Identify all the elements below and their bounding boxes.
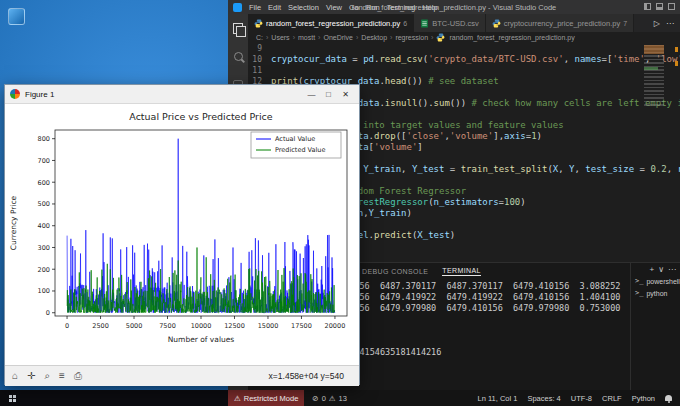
- editor-tab[interactable]: random_forest_regression_prediction.py6: [248, 14, 414, 32]
- bell-icon[interactable]: [665, 395, 672, 401]
- breadcrumb-item[interactable]: OneDrive: [323, 34, 353, 41]
- more-actions-icon[interactable]: ⋯: [666, 19, 674, 28]
- figure-window-title: Figure 1: [25, 90, 54, 99]
- terminal-prompt-icon: >_: [635, 289, 643, 297]
- status-eol[interactable]: CRLF: [602, 394, 622, 403]
- search-icon[interactable]: [232, 50, 245, 63]
- status-cursor-position[interactable]: Ln 11, Col 1: [478, 394, 518, 403]
- python-file-icon: [492, 19, 501, 28]
- toggle-sidebar-icon[interactable]: [644, 3, 651, 10]
- close-button[interactable]: ✕: [337, 90, 354, 99]
- maximize-button[interactable]: □: [320, 90, 337, 99]
- terminal-list-item[interactable]: >_python: [631, 287, 680, 299]
- code-line[interactable]: 10cryptocur_data = pd.read_csv('crypto_d…: [248, 54, 680, 65]
- layout-toggle-icons[interactable]: [644, 3, 675, 10]
- save-icon[interactable]: ⎙: [74, 371, 82, 381]
- pan-icon[interactable]: ✛: [27, 371, 35, 381]
- editor-tab[interactable]: cryptocurrency_price_prediction.py7: [486, 14, 634, 32]
- code-token: 100: [504, 197, 520, 207]
- tab-label: random_forest_regression_prediction.py: [266, 19, 400, 28]
- window-title: random_forest_regression_prediction.py -…: [352, 3, 557, 12]
- status-bar: ⚠ Restricted Mode ⊘ 0 ⚠ 13 Ln 11, Col 1S…: [228, 390, 680, 406]
- figure-titlebar[interactable]: Figure 1 —□✕: [5, 85, 359, 104]
- code-token: 'volume': [450, 131, 493, 141]
- panel-tab-debug-console[interactable]: DEBUG CONSOLE: [362, 268, 428, 275]
- explorer-icon[interactable]: [232, 22, 245, 35]
- code-token: axis: [504, 131, 526, 141]
- vscode-titlebar: FileEditSelectionViewGoRunTerminalHelp r…: [228, 0, 680, 14]
- python-file-icon: [436, 33, 445, 42]
- minimap[interactable]: [644, 45, 664, 107]
- code-token: Y_train: [369, 208, 407, 218]
- toggle-panel-icon[interactable]: [656, 3, 663, 10]
- breadcrumb-item[interactable]: random_forest_regression_prediction.py: [449, 34, 574, 41]
- code-token: drop: [374, 131, 396, 141]
- svg-text:Actual Value: Actual Value: [275, 135, 315, 143]
- error-icon: ⊘: [312, 394, 318, 403]
- terminal-picker-chevron-icon[interactable]: ∨: [658, 265, 664, 274]
- customize-layout-icon[interactable]: [668, 3, 675, 10]
- panel-more-icon[interactable]: ⋯: [668, 265, 676, 274]
- code-token: ): [537, 131, 542, 141]
- breadcrumb-item[interactable]: Desktop: [361, 34, 387, 41]
- subplots-icon[interactable]: ≡: [59, 371, 65, 381]
- price-chart: 0250050007500100001250015000175002000001…: [5, 104, 359, 365]
- breadcrumb-item[interactable]: C:: [256, 34, 263, 41]
- menu-file[interactable]: File: [249, 3, 261, 12]
- zoom-icon[interactable]: ⌕: [44, 371, 50, 381]
- run-button[interactable]: ▷: [654, 19, 660, 28]
- overview-ruler-mark: [675, 47, 678, 52]
- warning-icon: ⚠: [234, 394, 241, 403]
- code-token: 'time': [612, 54, 645, 64]
- minimize-button[interactable]: —: [303, 90, 320, 99]
- panel-tab-terminal[interactable]: TERMINAL: [442, 267, 481, 276]
- terminal-sidebar: +∨⋯ >_powershell>_python: [630, 263, 680, 390]
- overview-ruler-mark: [675, 61, 678, 66]
- line-number: 10: [248, 54, 262, 65]
- code-line[interactable]: 11: [248, 65, 680, 76]
- breadcrumb-item[interactable]: mostt: [298, 34, 315, 41]
- breadcrumb-separator: ›: [266, 34, 268, 41]
- start-button[interactable]: [9, 395, 16, 402]
- code-token: ): [520, 197, 525, 207]
- code-token: 0.2: [650, 164, 666, 174]
- code-token: 'close': [407, 131, 445, 141]
- code-token: ()): [450, 98, 472, 108]
- code-line[interactable]: 9: [248, 43, 680, 54]
- tab-badge: 7: [623, 20, 627, 27]
- python-file-icon: [254, 19, 263, 28]
- svg-text:20000: 20000: [325, 322, 346, 330]
- svg-text:17500: 17500: [291, 322, 312, 330]
- terminal-list-item[interactable]: >_powershell: [631, 275, 680, 287]
- code-token: ],: [493, 131, 504, 141]
- menu-selection[interactable]: Selection: [288, 3, 319, 12]
- tab-label: BTC-USD.csv: [432, 19, 479, 28]
- svg-text:7500: 7500: [159, 322, 176, 330]
- menu-edit[interactable]: Edit: [268, 3, 281, 12]
- restricted-mode-badge[interactable]: ⚠ Restricted Mode: [228, 390, 304, 406]
- breadcrumb-item[interactable]: regression: [395, 34, 428, 41]
- svg-text:Currency Price: Currency Price: [9, 195, 18, 250]
- code-token: sum: [434, 98, 450, 108]
- svg-text:Predicted Value: Predicted Value: [275, 146, 325, 154]
- code-token: Y_train: [363, 164, 401, 174]
- code-token: # see dataset: [428, 76, 498, 86]
- menu-view[interactable]: View: [326, 3, 342, 12]
- code-token: n_estimators: [434, 197, 499, 207]
- breadcrumb[interactable]: C:›Users›mostt›OneDrive›Desktop›regressi…: [248, 32, 680, 43]
- status-indentation[interactable]: Spaces: 4: [527, 394, 560, 403]
- desktop-shortcut-icon[interactable]: [8, 8, 25, 25]
- svg-text:Number of values: Number of values: [168, 335, 235, 344]
- cursor-coordinates: x=1.458e+04 y=540: [269, 371, 352, 381]
- breadcrumb-item[interactable]: Users: [271, 34, 289, 41]
- editor-actions: ▷⋯: [654, 14, 680, 32]
- code-token: ): [450, 230, 455, 240]
- home-icon[interactable]: ⌂: [12, 371, 18, 381]
- problems-indicator[interactable]: ⊘ 0 ⚠ 13: [312, 394, 347, 403]
- status-encoding[interactable]: UTF-8: [571, 394, 592, 403]
- editor-tab[interactable]: BTC-USD.csv: [414, 14, 486, 32]
- code-token: ,: [558, 164, 569, 174]
- status-language-mode[interactable]: Python: [632, 394, 655, 403]
- new-terminal-icon[interactable]: +: [649, 265, 654, 274]
- svg-text:0: 0: [65, 322, 69, 330]
